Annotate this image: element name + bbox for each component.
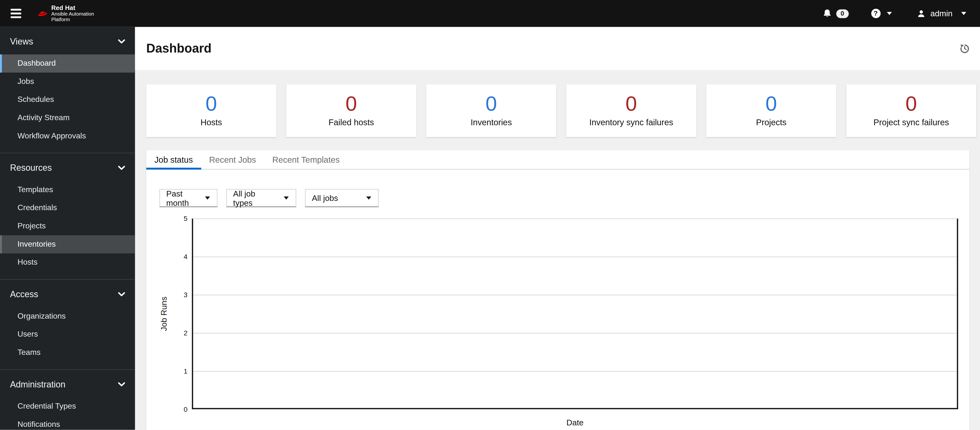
- question-circle-icon: ?: [871, 9, 880, 18]
- jobs-select-value: All jobs: [312, 193, 338, 203]
- nav-section-label: Resources: [10, 162, 52, 173]
- tab-job-status[interactable]: Job status: [146, 150, 201, 169]
- card-label: Inventory sync failures: [566, 118, 696, 127]
- sidebar-item-projects[interactable]: Projects: [0, 217, 135, 235]
- y-tick-3: 3: [169, 291, 188, 299]
- sidebar-item-inventories[interactable]: Inventories: [0, 235, 135, 253]
- gridline: [193, 295, 957, 296]
- card-label: Hosts: [146, 118, 276, 127]
- chevron-down-icon: [118, 292, 125, 296]
- card-label: Projects: [706, 118, 836, 127]
- card-project-sync-failures[interactable]: 0 Project sync failures: [846, 85, 976, 137]
- nav-section-access-toggle[interactable]: Access: [0, 288, 135, 300]
- masthead: Red Hat Ansible Automation Platform 0 ?: [0, 0, 980, 27]
- brand-subtitle-line1: Ansible Automation: [51, 11, 94, 17]
- nav-section-views: Views Dashboard Jobs Schedules Activity …: [0, 27, 135, 153]
- app-root: Red Hat Ansible Automation Platform 0 ?: [0, 0, 980, 430]
- card-inventories[interactable]: 0 Inventories: [426, 85, 556, 137]
- sidebar-item-jobs[interactable]: Jobs: [0, 72, 135, 91]
- y-tick-0: 0: [169, 406, 188, 413]
- nav-section-resources-toggle[interactable]: Resources: [0, 162, 135, 173]
- notifications-button[interactable]: 0: [822, 9, 849, 18]
- card-value: 0: [846, 92, 976, 116]
- sidebar-item-activity-stream[interactable]: Activity Stream: [0, 109, 135, 127]
- jobs-select[interactable]: All jobs: [305, 189, 379, 207]
- job-type-select-value: All job types: [233, 189, 277, 208]
- sidebar-item-notifications[interactable]: Notifications: [0, 416, 135, 430]
- hamburger-icon: [11, 16, 21, 18]
- job-runs-chart-plot-area: [192, 218, 958, 409]
- brand-subtitle-line2: Platform: [51, 17, 94, 22]
- sidebar-item-teams[interactable]: Teams: [0, 344, 135, 362]
- job-status-panel: Job status Recent Jobs Recent Templates …: [146, 150, 969, 430]
- sidebar-item-credentials[interactable]: Credentials: [0, 199, 135, 217]
- caret-down-icon: [284, 197, 289, 200]
- card-failed-hosts[interactable]: 0 Failed hosts: [286, 85, 416, 137]
- panel-tabs: Job status Recent Jobs Recent Templates: [146, 150, 969, 169]
- sidebar-item-schedules[interactable]: Schedules: [0, 91, 135, 109]
- card-hosts[interactable]: 0 Hosts: [146, 85, 276, 137]
- chevron-down-icon: [118, 382, 125, 387]
- sidebar-item-credential-types[interactable]: Credential Types: [0, 397, 135, 416]
- chart-x-axis-label: Date: [192, 418, 958, 428]
- nav-section-access: Access Organizations Users Teams: [0, 279, 135, 369]
- job-type-select[interactable]: All job types: [226, 189, 296, 207]
- chart-y-axis-label: Job Runs: [159, 294, 169, 334]
- user-icon: [916, 9, 925, 18]
- nav-section-views-toggle[interactable]: Views: [0, 36, 135, 47]
- tab-recent-templates[interactable]: Recent Templates: [264, 150, 348, 169]
- notifications-count-badge: 0: [836, 9, 848, 18]
- y-tick-5: 5: [169, 214, 188, 222]
- card-value: 0: [286, 92, 416, 116]
- summary-cards-row: 0 Hosts 0 Failed hosts 0 Inventories 0 I…: [146, 85, 976, 137]
- user-menu-button[interactable]: admin: [916, 9, 966, 18]
- card-label: Project sync failures: [846, 118, 976, 127]
- sidebar-item-organizations[interactable]: Organizations: [0, 307, 135, 325]
- refresh-history-button[interactable]: [959, 43, 970, 54]
- card-label: Failed hosts: [286, 118, 416, 127]
- sidebar-item-workflow-approvals[interactable]: Workflow Approvals: [0, 127, 135, 145]
- sidebar-nav: Views Dashboard Jobs Schedules Activity …: [0, 27, 135, 430]
- gridline: [193, 371, 957, 372]
- period-select-value: Past month: [166, 189, 197, 208]
- card-inventory-sync-failures[interactable]: 0 Inventory sync failures: [566, 85, 696, 137]
- caret-down-icon: [961, 12, 966, 15]
- chevron-down-icon: [118, 39, 125, 43]
- help-menu-button[interactable]: ?: [871, 9, 892, 18]
- page-title: Dashboard: [146, 42, 212, 56]
- caret-down-icon: [205, 197, 210, 200]
- nav-section-administration-toggle[interactable]: Administration: [0, 379, 135, 390]
- tab-recent-jobs[interactable]: Recent Jobs: [201, 150, 264, 169]
- sidebar-item-templates[interactable]: Templates: [0, 181, 135, 199]
- card-projects[interactable]: 0 Projects: [706, 85, 836, 137]
- gridline: [193, 333, 957, 334]
- nav-section-label: Access: [10, 288, 38, 300]
- page-header: Dashboard: [135, 27, 980, 70]
- hamburger-icon: [11, 9, 21, 10]
- nav-section-administration: Administration Credential Types Notifica…: [0, 369, 135, 430]
- card-value: 0: [566, 92, 696, 116]
- card-label: Inventories: [426, 118, 556, 127]
- y-tick-4: 4: [169, 253, 188, 260]
- chart-filters: Past month All job types All jobs: [159, 189, 969, 207]
- bell-icon: [822, 9, 832, 18]
- nav-section-label: Administration: [10, 379, 65, 390]
- nav-section-label: Views: [10, 36, 33, 47]
- y-tick-2: 2: [169, 329, 188, 337]
- history-icon: [959, 43, 970, 54]
- redhat-fedora-icon: [37, 10, 48, 18]
- hamburger-icon: [11, 13, 21, 14]
- nav-section-resources: Resources Templates Credentials Projects…: [0, 153, 135, 279]
- username-label: admin: [931, 9, 953, 18]
- sidebar-item-dashboard[interactable]: Dashboard: [0, 54, 135, 73]
- main-content: Dashboard 0 Hosts 0 Failed hosts 0 Inven…: [135, 27, 980, 430]
- y-tick-1: 1: [169, 367, 188, 375]
- sidebar-item-hosts[interactable]: Hosts: [0, 253, 135, 272]
- sidebar-item-users[interactable]: Users: [0, 325, 135, 344]
- period-select[interactable]: Past month: [159, 189, 218, 207]
- brand-logo: Red Hat Ansible Automation Platform: [37, 4, 94, 22]
- caret-down-icon: [887, 12, 892, 15]
- gridline: [193, 257, 957, 257]
- nav-toggle-button[interactable]: [7, 5, 25, 22]
- card-value: 0: [146, 92, 276, 116]
